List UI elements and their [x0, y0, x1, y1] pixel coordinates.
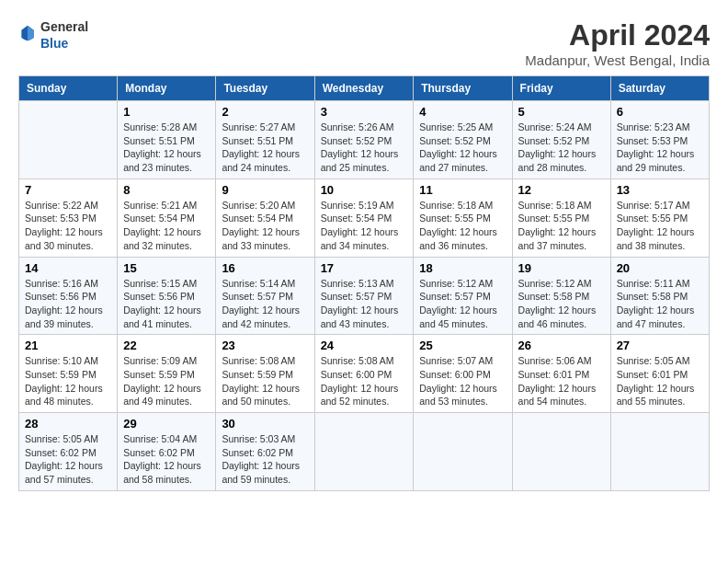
calendar-empty-cell	[512, 413, 610, 491]
calendar-day-9: 9Sunrise: 5:20 AMSunset: 5:54 PMDaylight…	[216, 178, 314, 257]
day-info: Sunrise: 5:20 AMSunset: 5:54 PMDaylight:…	[222, 199, 308, 253]
page-header: General Blue April 2024 Madanpur, West B…	[18, 18, 710, 68]
day-number: 10	[321, 183, 408, 197]
column-header-sunday: Sunday	[19, 76, 118, 101]
day-info: Sunrise: 5:03 AMSunset: 6:02 PMDaylight:…	[222, 432, 308, 487]
day-info: Sunrise: 5:08 AMSunset: 6:00 PMDaylight:…	[321, 354, 408, 408]
day-info: Sunrise: 5:26 AMSunset: 5:52 PMDaylight:…	[321, 121, 408, 175]
calendar-empty-cell	[314, 413, 414, 491]
calendar-week-row: 21Sunrise: 5:10 AMSunset: 5:59 PMDayligh…	[19, 335, 710, 413]
day-info: Sunrise: 5:27 AMSunset: 5:51 PMDaylight:…	[222, 121, 308, 175]
day-info: Sunrise: 5:12 AMSunset: 5:58 PMDaylight:…	[518, 277, 605, 331]
day-info: Sunrise: 5:09 AMSunset: 5:59 PMDaylight:…	[123, 354, 210, 408]
day-number: 26	[518, 339, 605, 352]
day-number: 19	[518, 261, 605, 275]
day-number: 17	[321, 261, 408, 275]
day-info: Sunrise: 5:17 AMSunset: 5:55 PMDaylight:…	[617, 199, 703, 253]
calendar-day-7: 7Sunrise: 5:22 AMSunset: 5:53 PMDaylight…	[19, 178, 118, 257]
day-info: Sunrise: 5:21 AMSunset: 5:54 PMDaylight:…	[123, 199, 210, 253]
day-info: Sunrise: 5:07 AMSunset: 6:00 PMDaylight:…	[419, 354, 506, 408]
calendar-day-1: 1Sunrise: 5:28 AMSunset: 5:51 PMDaylight…	[118, 101, 216, 179]
subtitle: Madanpur, West Bengal, India	[525, 52, 710, 68]
day-number: 5	[518, 105, 605, 119]
day-number: 7	[25, 183, 111, 197]
day-number: 18	[419, 261, 506, 275]
day-number: 4	[419, 105, 506, 119]
column-header-saturday: Saturday	[610, 76, 709, 101]
day-info: Sunrise: 5:18 AMSunset: 5:55 PMDaylight:…	[419, 199, 506, 253]
calendar-day-27: 27Sunrise: 5:05 AMSunset: 6:01 PMDayligh…	[610, 335, 709, 413]
day-number: 28	[25, 417, 111, 431]
calendar-empty-cell	[610, 413, 709, 491]
calendar-day-24: 24Sunrise: 5:08 AMSunset: 6:00 PMDayligh…	[314, 335, 414, 413]
day-info: Sunrise: 5:18 AMSunset: 5:55 PMDaylight:…	[518, 199, 605, 253]
logo-icon	[18, 24, 37, 42]
calendar-day-3: 3Sunrise: 5:26 AMSunset: 5:52 PMDaylight…	[314, 101, 414, 179]
day-number: 13	[617, 183, 703, 197]
calendar-day-17: 17Sunrise: 5:13 AMSunset: 5:57 PMDayligh…	[314, 257, 414, 335]
title-section: April 2024 Madanpur, West Bengal, India	[525, 18, 710, 68]
day-number: 20	[617, 261, 703, 275]
calendar-day-21: 21Sunrise: 5:10 AMSunset: 5:59 PMDayligh…	[19, 335, 118, 413]
calendar-week-row: 14Sunrise: 5:16 AMSunset: 5:56 PMDayligh…	[19, 257, 710, 335]
day-info: Sunrise: 5:11 AMSunset: 5:58 PMDaylight:…	[617, 277, 703, 331]
main-title: April 2024	[525, 18, 710, 52]
day-number: 29	[123, 417, 210, 431]
calendar-day-8: 8Sunrise: 5:21 AMSunset: 5:54 PMDaylight…	[118, 178, 216, 257]
day-number: 9	[222, 183, 308, 197]
day-info: Sunrise: 5:12 AMSunset: 5:57 PMDaylight:…	[419, 277, 506, 331]
day-number: 24	[321, 339, 408, 352]
calendar-day-11: 11Sunrise: 5:18 AMSunset: 5:55 PMDayligh…	[414, 178, 512, 257]
day-info: Sunrise: 5:05 AMSunset: 6:01 PMDaylight:…	[617, 354, 703, 408]
calendar-day-28: 28Sunrise: 5:05 AMSunset: 6:02 PMDayligh…	[19, 413, 118, 491]
calendar-day-5: 5Sunrise: 5:24 AMSunset: 5:52 PMDaylight…	[512, 101, 610, 179]
day-number: 22	[123, 339, 210, 352]
day-number: 15	[123, 261, 210, 275]
calendar-day-2: 2Sunrise: 5:27 AMSunset: 5:51 PMDaylight…	[216, 101, 314, 179]
day-number: 25	[419, 339, 506, 352]
day-number: 6	[617, 105, 703, 119]
calendar-table: SundayMondayTuesdayWednesdayThursdayFrid…	[18, 75, 710, 491]
calendar-empty-cell	[414, 413, 512, 491]
day-info: Sunrise: 5:14 AMSunset: 5:57 PMDaylight:…	[222, 277, 308, 331]
calendar-day-25: 25Sunrise: 5:07 AMSunset: 6:00 PMDayligh…	[414, 335, 512, 413]
day-info: Sunrise: 5:23 AMSunset: 5:53 PMDaylight:…	[617, 121, 703, 175]
day-number: 1	[123, 105, 210, 119]
day-number: 2	[222, 105, 308, 119]
calendar-day-30: 30Sunrise: 5:03 AMSunset: 6:02 PMDayligh…	[216, 413, 314, 491]
calendar-day-4: 4Sunrise: 5:25 AMSunset: 5:52 PMDaylight…	[414, 101, 512, 179]
day-number: 8	[123, 183, 210, 197]
column-header-wednesday: Wednesday	[314, 76, 414, 101]
day-info: Sunrise: 5:04 AMSunset: 6:02 PMDaylight:…	[123, 432, 210, 487]
calendar-day-15: 15Sunrise: 5:15 AMSunset: 5:56 PMDayligh…	[118, 257, 216, 335]
day-info: Sunrise: 5:28 AMSunset: 5:51 PMDaylight:…	[123, 121, 210, 175]
calendar-day-14: 14Sunrise: 5:16 AMSunset: 5:56 PMDayligh…	[19, 257, 118, 335]
day-info: Sunrise: 5:25 AMSunset: 5:52 PMDaylight:…	[419, 121, 506, 175]
day-info: Sunrise: 5:16 AMSunset: 5:56 PMDaylight:…	[25, 277, 111, 331]
calendar-header-row: SundayMondayTuesdayWednesdayThursdayFrid…	[19, 76, 710, 101]
day-info: Sunrise: 5:22 AMSunset: 5:53 PMDaylight:…	[25, 199, 111, 253]
calendar-day-12: 12Sunrise: 5:18 AMSunset: 5:55 PMDayligh…	[512, 178, 610, 257]
day-info: Sunrise: 5:13 AMSunset: 5:57 PMDaylight:…	[321, 277, 408, 331]
day-number: 23	[222, 339, 308, 352]
day-number: 27	[617, 339, 703, 352]
calendar-week-row: 28Sunrise: 5:05 AMSunset: 6:02 PMDayligh…	[19, 413, 710, 491]
day-number: 12	[518, 183, 605, 197]
day-info: Sunrise: 5:10 AMSunset: 5:59 PMDaylight:…	[25, 354, 111, 408]
calendar-week-row: 1Sunrise: 5:28 AMSunset: 5:51 PMDaylight…	[19, 101, 710, 179]
calendar-day-29: 29Sunrise: 5:04 AMSunset: 6:02 PMDayligh…	[118, 413, 216, 491]
day-number: 21	[25, 339, 111, 352]
day-info: Sunrise: 5:05 AMSunset: 6:02 PMDaylight:…	[25, 432, 111, 487]
column-header-thursday: Thursday	[414, 76, 512, 101]
day-info: Sunrise: 5:19 AMSunset: 5:54 PMDaylight:…	[321, 199, 408, 253]
calendar-day-18: 18Sunrise: 5:12 AMSunset: 5:57 PMDayligh…	[414, 257, 512, 335]
logo-text-general: General	[40, 19, 88, 34]
calendar-day-13: 13Sunrise: 5:17 AMSunset: 5:55 PMDayligh…	[610, 178, 709, 257]
calendar-day-22: 22Sunrise: 5:09 AMSunset: 5:59 PMDayligh…	[118, 335, 216, 413]
calendar-day-23: 23Sunrise: 5:08 AMSunset: 5:59 PMDayligh…	[216, 335, 314, 413]
day-number: 11	[419, 183, 506, 197]
calendar-day-10: 10Sunrise: 5:19 AMSunset: 5:54 PMDayligh…	[314, 178, 414, 257]
day-number: 14	[25, 261, 111, 275]
logo: General Blue	[18, 18, 88, 52]
calendar-day-16: 16Sunrise: 5:14 AMSunset: 5:57 PMDayligh…	[216, 257, 314, 335]
